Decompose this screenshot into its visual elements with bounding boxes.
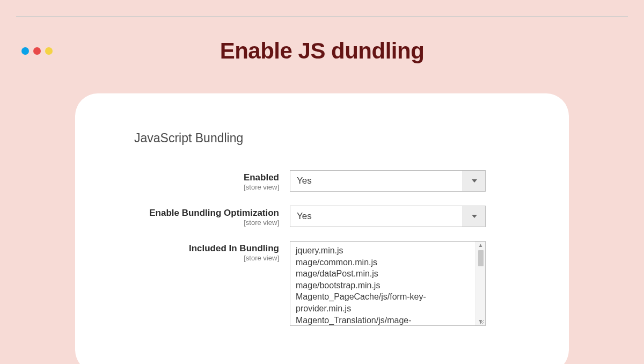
enabled-select-button[interactable]	[463, 171, 485, 191]
optimization-label: Enable Bundling Optimization	[134, 208, 279, 219]
window-controls	[21, 47, 53, 55]
section-title: JavaScript Bundling	[134, 131, 531, 145]
enabled-label: Enabled	[134, 172, 279, 183]
page-title: Enable JS dundling	[21, 38, 623, 64]
chevron-down-icon	[472, 179, 477, 183]
enabled-select-value: Yes	[290, 171, 463, 191]
svg-line-0	[480, 320, 484, 324]
included-textarea-content: jquery.min.js mage/common.min.js mage/da…	[290, 242, 475, 325]
enabled-select[interactable]: Yes	[290, 170, 486, 192]
label-col: Enabled [store view]	[134, 170, 290, 191]
settings-panel: JavaScript Bundling Enabled [store view]…	[75, 93, 569, 364]
chevron-down-icon	[472, 215, 477, 218]
optimization-scope: [store view]	[134, 219, 279, 227]
dot-yellow-icon	[45, 47, 53, 55]
included-textarea[interactable]: jquery.min.js mage/common.min.js mage/da…	[290, 241, 486, 326]
scroll-up-icon[interactable]: ▲	[478, 242, 484, 249]
label-col: Included In Bundling [store view]	[134, 241, 290, 262]
optimization-select-button[interactable]	[463, 206, 485, 227]
header: Enable JS dundling	[21, 38, 623, 64]
optimization-select-value: Yes	[290, 206, 463, 227]
included-label: Included In Bundling	[134, 243, 279, 254]
dot-blue-icon	[21, 47, 29, 55]
scrollbar[interactable]: ▲ ▼	[475, 242, 485, 325]
divider-line	[16, 16, 628, 17]
svg-line-1	[482, 322, 484, 324]
label-col: Enable Bundling Optimization [store view…	[134, 206, 290, 227]
row-enabled: Enabled [store view] Yes	[134, 170, 531, 192]
resize-grip-icon[interactable]	[479, 319, 484, 324]
dot-red-icon	[33, 47, 41, 55]
optimization-select[interactable]: Yes	[290, 206, 486, 227]
included-scope: [store view]	[134, 254, 279, 262]
row-optimization: Enable Bundling Optimization [store view…	[134, 206, 531, 227]
scroll-thumb[interactable]	[478, 250, 484, 266]
row-included: Included In Bundling [store view] jquery…	[134, 241, 531, 326]
enabled-scope: [store view]	[134, 183, 279, 191]
